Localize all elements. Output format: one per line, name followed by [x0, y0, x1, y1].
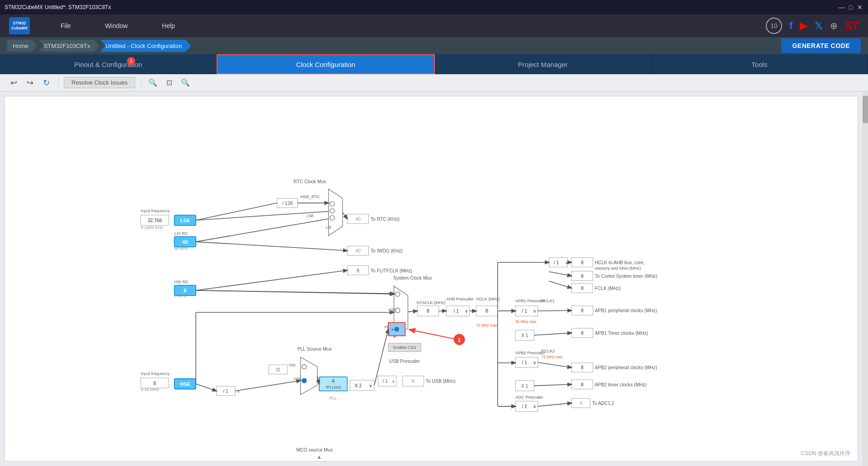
svg-text:40: 40	[182, 239, 188, 245]
svg-text:4: 4	[332, 378, 335, 384]
svg-text:8: 8	[486, 308, 488, 314]
svg-text:To IWDG (KHz): To IWDG (KHz)	[371, 248, 403, 253]
svg-text:PLL: PLL	[330, 396, 337, 400]
svg-text:4: 4	[580, 401, 582, 406]
svg-text:8 MHz: 8 MHz	[175, 294, 187, 298]
title-bar-left: STM32CubeMX Untitled*: STM32F103C8Tx	[5, 4, 111, 10]
svg-text:SYSCLK (MHz): SYSCLK (MHz)	[416, 300, 445, 305]
menu-file[interactable]: File	[57, 20, 75, 31]
breadcrumb-current[interactable]: Untitled - Clock Configuration	[100, 40, 191, 52]
zoom-out-button[interactable]: 🔍	[179, 76, 192, 89]
title-bar-controls[interactable]: — □ ✕	[838, 4, 863, 11]
svg-text:/2: /2	[276, 367, 280, 372]
svg-text:/ 1: / 1	[454, 309, 459, 314]
svg-text:PCLK1: PCLK1	[542, 299, 555, 303]
svg-text:∨: ∨	[533, 404, 536, 409]
icon-network[interactable]: ⊕	[830, 20, 838, 31]
refresh-button[interactable]: ↻	[40, 76, 52, 89]
menu-window[interactable]: Window	[102, 20, 132, 31]
svg-text:0-1000 KHz: 0-1000 KHz	[141, 225, 163, 230]
svg-text:➤: ➤	[391, 328, 394, 332]
svg-point-55	[394, 327, 399, 331]
scrollbar[interactable]	[863, 91, 868, 466]
svg-text:MCO source Mux: MCO source Mux	[296, 447, 333, 452]
svg-text:∨: ∨	[369, 383, 372, 388]
svg-text:APB1 Timer clocks (MHz): APB1 Timer clocks (MHz)	[595, 331, 648, 336]
svg-text:FCLK (MHz): FCLK (MHz)	[595, 286, 621, 291]
diagram-inner: Input frequency 32.768 0-1000 KHz LSE LS…	[5, 96, 858, 461]
svg-text:HSE_RTC: HSE_RTC	[301, 195, 320, 199]
breadcrumb-home[interactable]: Home	[7, 40, 38, 52]
svg-text:AHB Prescaler: AHB Prescaler	[446, 297, 474, 301]
svg-text:APB2 peripheral clocks (MHz): APB2 peripheral clocks (MHz)	[595, 365, 657, 370]
svg-text:X 1: X 1	[521, 333, 528, 338]
icon-twitter[interactable]: 𝕏	[815, 20, 823, 32]
svg-text:Input frequency: Input frequency	[141, 209, 170, 213]
svg-text:To RTC (KHz): To RTC (KHz)	[371, 217, 400, 222]
svg-text:/ 2: / 2	[522, 404, 527, 409]
toolbar-divider-1	[58, 78, 58, 88]
svg-text:/ 1: / 1	[522, 309, 527, 314]
svg-text:/ 1: / 1	[554, 260, 559, 265]
logo-line2: CubeMX	[11, 26, 28, 31]
svg-text:*PLLMul: *PLLMul	[325, 385, 341, 390]
svg-text:/ 128: / 128	[282, 201, 292, 206]
tab-pinout[interactable]: 1 Pinout & Configuration	[0, 54, 217, 74]
svg-text:Input frequency: Input frequency	[141, 371, 170, 376]
svg-text:To Cortex System timer (MHz): To Cortex System timer (MHz)	[595, 274, 657, 279]
svg-text:To ADC1,2: To ADC1,2	[592, 401, 614, 406]
svg-text:LSE: LSE	[307, 214, 314, 218]
generate-code-button[interactable]: GENERATE CODE	[781, 38, 861, 53]
tab-clock[interactable]: Clock Configuration	[217, 54, 434, 74]
svg-text:8: 8	[581, 365, 584, 370]
svg-text:72 MHz max: 72 MHz max	[476, 323, 497, 328]
svg-text:8: 8	[412, 379, 415, 384]
logo: STM32 CubeMX	[9, 17, 30, 34]
svg-text:HSI: HSI	[289, 363, 296, 367]
logo-line1: STM32	[13, 21, 26, 26]
tab-tools[interactable]: Tools	[651, 54, 868, 74]
clock-diagram[interactable]: Input frequency 32.768 0-1000 KHz LSE LS…	[5, 96, 858, 461]
svg-text:X 1: X 1	[521, 384, 528, 389]
svg-line-119	[538, 310, 571, 311]
menu-help[interactable]: Help	[158, 20, 179, 31]
svg-text:RTC Clock Mux: RTC Clock Mux	[293, 179, 326, 184]
maximize-btn[interactable]: □	[847, 4, 854, 11]
svg-text:/ 1: / 1	[223, 389, 229, 394]
fit-button[interactable]: ⊡	[163, 76, 175, 89]
icon-facebook[interactable]: f	[789, 20, 793, 32]
svg-text:8: 8	[184, 288, 186, 293]
svg-text:HCLK to AHB bus, core,: HCLK to AHB bus, core,	[595, 260, 645, 265]
tab-bar: 1 Pinout & Configuration Clock Configura…	[0, 54, 868, 74]
svg-text:72 MHz max: 72 MHz max	[542, 355, 563, 359]
clock-svg: Input frequency 32.768 0-1000 KHz LSE LS…	[5, 96, 858, 461]
logo-box: STM32 CubeMX	[9, 17, 30, 34]
tab-project[interactable]: Project Manager	[435, 54, 651, 74]
breadcrumb-device[interactable]: STM32F103C8Tx	[38, 40, 99, 52]
resolve-clock-button[interactable]: Resolve Clock Issues	[64, 77, 135, 88]
icon-st: ST	[845, 19, 859, 32]
minimize-btn[interactable]: —	[838, 4, 845, 11]
svg-text:36 MHz max: 36 MHz max	[515, 320, 537, 324]
undo-button[interactable]: ↩	[7, 76, 20, 89]
redo-button[interactable]: ↪	[24, 76, 36, 89]
toolbar: ↩ ↪ ↻ Resolve Clock Issues 🔍 ⊡ 🔍	[0, 74, 868, 91]
svg-text:APB1 peripheral clocks (MHz): APB1 peripheral clocks (MHz)	[595, 308, 657, 313]
svg-text:8: 8	[581, 260, 584, 265]
svg-point-142	[302, 378, 307, 383]
zoom-in-button[interactable]: 🔍	[146, 76, 159, 89]
svg-text:8: 8	[581, 274, 584, 279]
svg-text:∨: ∨	[533, 360, 536, 365]
close-btn[interactable]: ✕	[856, 4, 863, 11]
svg-text:∨: ∨	[392, 379, 395, 384]
toolbar-divider-2	[141, 78, 141, 88]
svg-text:▲: ▲	[316, 454, 322, 460]
icon-youtube[interactable]: ▶	[800, 20, 807, 32]
scrollbar-thumb[interactable]	[863, 96, 868, 123]
svg-text:8: 8	[581, 308, 584, 313]
tab-project-label: Project Manager	[518, 61, 568, 68]
svg-text:LSI: LSI	[326, 225, 331, 229]
svg-text:LSE: LSE	[180, 218, 190, 223]
menu-bar: STM32 CubeMX File Window Help 10 f ▶ 𝕏 ⊕…	[0, 14, 868, 37]
svg-text:HSI RC: HSI RC	[175, 280, 189, 284]
